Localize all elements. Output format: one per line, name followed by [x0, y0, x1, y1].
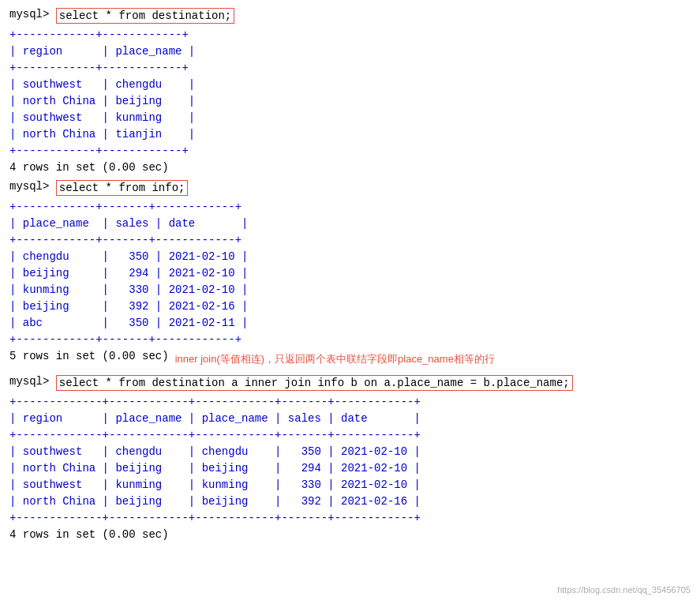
sql-command-2: select * from info; [56, 180, 189, 196]
prompt-line-3: mysql> select * from destination a inner… [9, 375, 691, 391]
watermark: https://blog.csdn.net/qq_35456705 [557, 585, 691, 595]
sql-command-3: select * from destination a inner join i… [56, 375, 573, 391]
query-section-2: mysql> select * from info; +------------… [9, 180, 691, 369]
table-output-1: +------------+------------+ | region | p… [9, 27, 691, 159]
query-section-3: mysql> select * from destination a inner… [9, 375, 691, 541]
prompt-line-1: mysql> select * from destination; [9, 8, 691, 24]
result-count-2: 5 rows in set (0.00 sec) [9, 350, 169, 362]
result-count-1: 4 rows in set (0.00 sec) [9, 161, 691, 174]
table-output-3: +-------------+------------+------------… [9, 394, 691, 527]
mysql-prompt-2: mysql> [9, 180, 56, 193]
terminal-window: mysql> select * from destination; +-----… [9, 8, 691, 541]
mysql-prompt-1: mysql> [9, 8, 56, 21]
result-count-3: 4 rows in set (0.00 sec) [9, 528, 691, 541]
table-output-2: +------------+-------+------------+ | pl… [9, 199, 691, 348]
sql-command-1: select * from destination; [56, 8, 234, 24]
mysql-prompt-3: mysql> [9, 375, 56, 388]
annotation-text: inner join(等值相连)，只返回两个表中联结字段即place_name相… [175, 352, 495, 366]
query-section-1: mysql> select * from destination; +-----… [9, 8, 691, 174]
prompt-line-2: mysql> select * from info; [9, 180, 691, 196]
annotation-line: 5 rows in set (0.00 sec) inner join(等值相连… [9, 350, 691, 369]
